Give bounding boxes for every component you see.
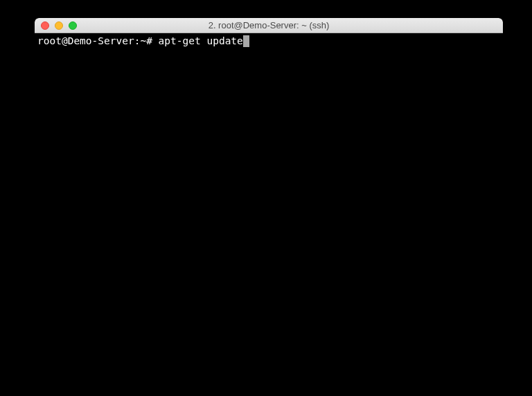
zoom-button[interactable]: [69, 21, 77, 30]
cursor-icon: [243, 35, 249, 47]
minimize-button[interactable]: [55, 21, 63, 30]
close-button[interactable]: [41, 21, 49, 30]
window-title: 2. root@Demo-Server: ~ (ssh): [35, 20, 503, 30]
shell-prompt: root@Demo-Server:~#: [37, 35, 159, 48]
terminal-window: 2. root@Demo-Server: ~ (ssh) root@Demo-S…: [35, 18, 503, 378]
traffic-lights: [35, 21, 77, 30]
window-title-bar[interactable]: 2. root@Demo-Server: ~ (ssh): [35, 18, 503, 33]
terminal-body[interactable]: root@Demo-Server:~# apt-get update: [35, 33, 503, 378]
terminal-line: root@Demo-Server:~# apt-get update: [37, 35, 500, 48]
shell-command: apt-get update: [159, 35, 243, 48]
